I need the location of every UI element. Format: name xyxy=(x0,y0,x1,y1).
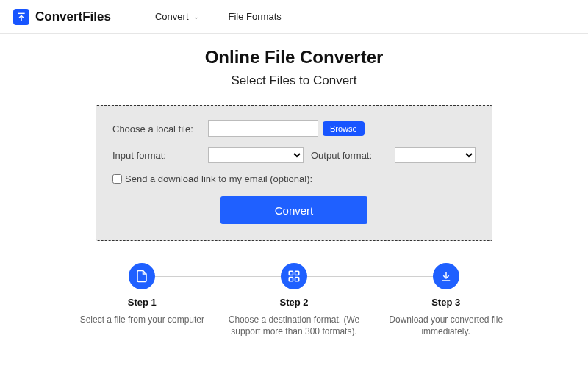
svg-rect-2 xyxy=(295,271,299,275)
header: ConvertFiles Convert ⌄ File Formats xyxy=(0,0,588,34)
brand-name: ConvertFiles xyxy=(35,10,111,24)
svg-rect-4 xyxy=(295,278,299,281)
email-row: Send a download link to my email (option… xyxy=(112,173,476,184)
step-2: Step 2 Choose a destination format. (We … xyxy=(218,263,370,337)
step-3-desc: Download your converted file immediately… xyxy=(370,314,522,337)
output-format-label: Output format: xyxy=(311,150,384,161)
convert-wrap: Convert xyxy=(112,196,476,224)
page-title: Online File Converter xyxy=(0,47,588,68)
logo-icon xyxy=(13,9,29,25)
converter-panel: Choose a local file: Browse Input format… xyxy=(96,105,492,241)
nav-formats-label: File Formats xyxy=(229,11,282,22)
output-format-select[interactable] xyxy=(395,147,476,163)
download-icon xyxy=(433,263,459,289)
nav-convert[interactable]: Convert ⌄ xyxy=(155,11,199,22)
step-2-desc: Choose a destination format. (We support… xyxy=(218,314,370,337)
choose-file-label: Choose a local file: xyxy=(112,123,208,134)
svg-rect-3 xyxy=(289,278,293,281)
chevron-down-icon: ⌄ xyxy=(193,13,199,21)
browse-button[interactable]: Browse xyxy=(323,121,365,136)
email-checkbox[interactable] xyxy=(112,174,122,184)
file-icon xyxy=(129,263,155,289)
nav: Convert ⌄ File Formats xyxy=(155,11,282,22)
file-input[interactable] xyxy=(208,120,318,137)
step-3-title: Step 3 xyxy=(370,297,522,308)
grid-icon xyxy=(281,263,307,289)
logo[interactable]: ConvertFiles xyxy=(13,9,111,25)
email-label: Send a download link to my email (option… xyxy=(125,173,312,184)
page-subtitle: Select Files to Convert xyxy=(0,73,588,88)
step-3: Step 3 Download your converted file imme… xyxy=(370,263,522,337)
hero: Online File Converter Select Files to Co… xyxy=(0,34,588,94)
step-1-desc: Select a file from your computer xyxy=(66,314,218,325)
converter-panel-wrap: Choose a local file: Browse Input format… xyxy=(0,105,588,241)
svg-rect-1 xyxy=(289,271,293,275)
step-1-title: Step 1 xyxy=(66,297,218,308)
input-format-label: Input format: xyxy=(112,150,208,161)
convert-button[interactable]: Convert xyxy=(220,196,368,224)
input-format-select[interactable] xyxy=(208,147,304,163)
nav-file-formats[interactable]: File Formats xyxy=(229,11,282,22)
step-2-title: Step 2 xyxy=(218,297,370,308)
nav-convert-label: Convert xyxy=(155,11,189,22)
format-row: Input format: Output format: xyxy=(112,147,476,163)
steps: Step 1 Select a file from your computer … xyxy=(0,263,588,337)
step-1: Step 1 Select a file from your computer xyxy=(66,263,218,325)
choose-file-row: Choose a local file: Browse xyxy=(112,120,476,137)
